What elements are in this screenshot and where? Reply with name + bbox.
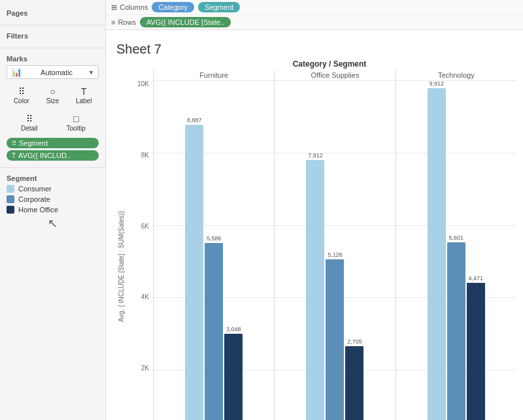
size-button[interactable]: ○ Size [38, 83, 68, 108]
segment-pill-label: Segment [19, 139, 48, 147]
segment-legend-title: Segment [7, 174, 99, 182]
corporate-color-swatch [7, 195, 14, 203]
furniture-header: Furniture [153, 70, 274, 80]
label-label: Label [76, 97, 92, 105]
label-button[interactable]: T Label [69, 83, 99, 108]
technology-header: Technology [396, 70, 516, 80]
marks-buttons-row: ⠿ Color ○ Size T Label [7, 83, 99, 108]
bars-area: 8,887 5,586 3,048 [153, 80, 516, 420]
furniture-corporate-bar[interactable] [205, 243, 223, 420]
size-label: Size [46, 97, 59, 105]
color-icon: ⠿ [18, 86, 25, 97]
sidebar: Pages Filters Marks 📊 Automatic ▼ ⠿ Colo… [0, 0, 106, 420]
rows-shelf-row: ≡ Rows AVG({ INCLUDE [State.. [106, 15, 523, 29]
pages-section: Pages [0, 5, 105, 22]
category-headers: Furniture Office Supplies Technology [127, 70, 516, 80]
os-corporate-value: 5,126 [328, 251, 343, 258]
furniture-homeoffice-value: 3,048 [226, 326, 241, 332]
detail-icon: ⠿ [26, 114, 33, 124]
rows-icon: ≡ [111, 18, 115, 26]
y-tick-10k: 10K [137, 80, 149, 88]
y-tick-8k: 8K [141, 152, 149, 159]
tech-homeoffice-bar-wrapper: 4,471 [467, 275, 485, 420]
bar-chart-icon: 📊 [11, 67, 22, 77]
detail-button[interactable]: ⠿ Detail [7, 110, 52, 135]
segment-legend: Segment Consumer Corporate Home Office ↖ [0, 170, 105, 248]
tooltip-icon: □ [73, 114, 78, 124]
furniture-consumer-bar[interactable] [185, 125, 203, 420]
chart-container: Avg. { INCLUDE [State] : SUM(Sales)} Fur… [106, 70, 516, 420]
furniture-consumer-value: 8,887 [187, 117, 202, 123]
legend-item-corporate: Corporate [7, 195, 99, 203]
furniture-group: 8,887 5,586 3,048 [153, 80, 274, 420]
segment-pill[interactable]: ⠿ Segment [7, 138, 99, 148]
chart-body: 10K 8K 6K 4K 2K 0K [127, 80, 516, 420]
chart-area: Sheet 7 Category / Segment Avg. { INCLUD… [106, 30, 523, 420]
marks-type-label: Automatic [25, 69, 88, 76]
chart-title: Sheet 7 [106, 37, 516, 59]
pages-label: Pages [7, 9, 99, 17]
main-content: ⊞ Columns Category Segment ≡ Rows AVG({ … [106, 0, 523, 420]
avg-include-pill[interactable]: T AVG({ INCLUD.. [7, 150, 99, 161]
furniture-corporate-bar-wrapper: 5,586 [205, 235, 223, 420]
cursor-area: ↖ [7, 216, 99, 244]
tech-corporate-bar-wrapper: 5,601 [447, 234, 465, 420]
corporate-legend-label: Corporate [18, 195, 50, 203]
rows-pill-label: AVG({ INCLUDE [State.. [146, 18, 224, 26]
homeoffice-color-swatch [7, 206, 14, 214]
furniture-corporate-value: 5,586 [207, 235, 222, 242]
rows-label: ≡ Rows [111, 18, 136, 26]
dots-icon: ⠿ [12, 140, 16, 147]
y-axis: 10K 8K 6K 4K 2K 0K [127, 80, 153, 420]
tech-homeoffice-bar[interactable] [467, 283, 485, 420]
marks-label: Marks [7, 55, 99, 63]
y-tick-6k: 6K [141, 223, 149, 230]
tooltip-button[interactable]: □ Tooltip [54, 110, 99, 135]
marks-pills: ⠿ Segment T AVG({ INCLUD.. [7, 138, 99, 161]
tech-consumer-bar[interactable] [428, 88, 446, 420]
legend-item-consumer: Consumer [7, 185, 99, 193]
consumer-color-swatch [7, 185, 14, 193]
size-icon: ○ [50, 86, 55, 97]
y-tick-2k: 2K [141, 364, 149, 372]
os-corporate-bar-wrapper: 5,126 [326, 251, 344, 420]
tech-corporate-bar[interactable] [447, 242, 465, 420]
consumer-legend-label: Consumer [18, 185, 52, 193]
color-button[interactable]: ⠿ Color [7, 83, 37, 108]
os-homeoffice-bar[interactable] [345, 346, 363, 420]
columns-text: Columns [120, 3, 148, 11]
legend-item-homeoffice: Home Office [7, 206, 99, 214]
columns-label: ⊞ Columns [111, 3, 148, 12]
avg-include-pill-label: AVG({ INCLUD.. [18, 152, 71, 159]
category-chip[interactable]: Category [152, 2, 194, 12]
color-label: Color [14, 97, 29, 105]
homeoffice-legend-label: Home Office [18, 206, 58, 214]
tooltip-label: Tooltip [67, 125, 86, 132]
technology-group: 9,912 5,601 4,471 [396, 80, 516, 420]
os-homeoffice-value: 2,705 [347, 338, 362, 345]
filters-label: Filters [7, 32, 99, 40]
tech-consumer-bar-wrapper: 9,912 [428, 80, 446, 420]
os-consumer-bar[interactable] [306, 160, 324, 420]
label-icon: T [81, 86, 87, 97]
cursor-icon: ↖ [48, 216, 58, 231]
furniture-consumer-bar-wrapper: 8,887 [185, 117, 203, 420]
furniture-homeoffice-bar-wrapper: 3,048 [224, 326, 243, 420]
detail-label: Detail [21, 125, 38, 132]
columns-icon: ⊞ [111, 3, 117, 12]
rows-text: Rows [118, 18, 136, 26]
rows-pill[interactable]: AVG({ INCLUDE [State.. [140, 17, 231, 27]
marks-type-dropdown[interactable]: 📊 Automatic ▼ [7, 65, 99, 79]
columns-shelf-row: ⊞ Columns Category Segment [106, 0, 523, 15]
text-icon: T [12, 152, 16, 159]
office-supplies-group: 7,912 5,126 2,705 [274, 80, 395, 420]
os-corporate-bar[interactable] [326, 259, 344, 420]
chart-inner: Furniture Office Supplies Technology 10K… [127, 70, 516, 420]
office-supplies-header: Office Supplies [274, 70, 395, 80]
groups-row: 8,887 5,586 3,048 [153, 80, 516, 420]
furniture-homeoffice-bar[interactable] [224, 334, 243, 420]
segment-chip-label: Segment [205, 3, 233, 11]
category-chip-label: Category [158, 3, 188, 11]
segment-chip[interactable]: Segment [198, 2, 240, 12]
tech-homeoffice-value: 4,471 [469, 275, 484, 282]
